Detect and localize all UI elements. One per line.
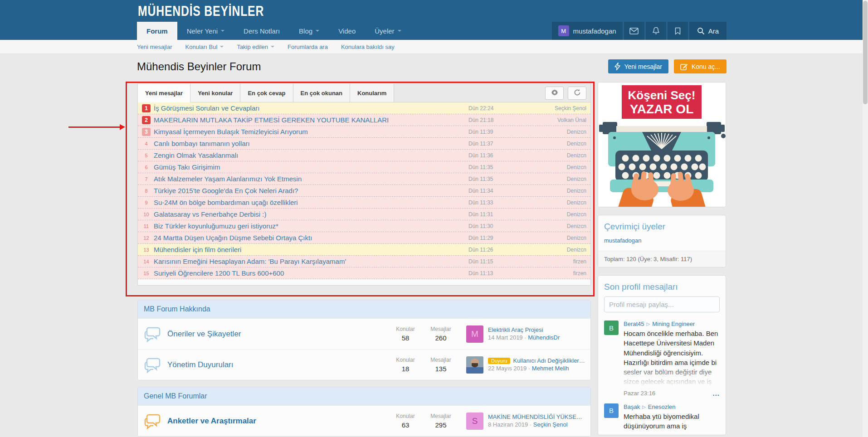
thread-author-link[interactable]: firzen xyxy=(536,270,586,277)
thread-number: 15 xyxy=(142,269,151,277)
online-members-total: Toplam: 120 (Üye: 3, Misafir: 117) xyxy=(598,251,726,267)
profile-post-text: Hocam öncelikle merhaba. Ben Hacettepe Ü… xyxy=(624,329,720,387)
profile-post-author-link[interactable]: Berat45 xyxy=(624,320,644,327)
latest-post-date: 14 Mart 2019 · xyxy=(488,334,528,341)
thread-title-link[interactable]: Atık Malzemeler Yaşam Alanlarımızı Yok E… xyxy=(154,175,468,183)
subnav-item-forumlarda-ara[interactable]: Forumlarda ara xyxy=(288,44,328,50)
thread-title-link[interactable]: İş Görüşmesi Soruları ve Cevapları xyxy=(154,104,468,112)
thread-title-link[interactable]: Biz Türkler koyunluğumuzu geri istiyoruz… xyxy=(154,222,468,230)
yazar-ol-banner[interactable]: Köşeni Seç! YAZAR OL xyxy=(598,82,726,207)
widget-tab-yeni-konular[interactable]: Yeni konular xyxy=(190,84,240,102)
profile-post-author-link[interactable]: Başak xyxy=(624,403,640,410)
search-icon xyxy=(697,27,705,35)
subnav-item-konuları-bul[interactable]: Konuları Bul xyxy=(185,44,224,50)
thread-author-link[interactable]: Denizcn xyxy=(536,129,586,135)
widget-tab-yeni-mesajlar[interactable]: Yeni mesajlar xyxy=(138,84,190,102)
thread-title-link[interactable]: Galatasaray vs Fenerbahçe Derbisi :) xyxy=(154,210,468,218)
thread-title-link[interactable]: Kimyasal İçermeyen Bulaşık Temizleyicisi… xyxy=(154,128,468,136)
forum-node-title-link[interactable]: Öneriler ve Şikayetler xyxy=(167,330,389,339)
page-header: Mühendis Beyinler Forum Yeni mesajlarKon… xyxy=(137,59,727,73)
messages-button[interactable] xyxy=(624,22,644,40)
widget-tab-en-çok-okunan[interactable]: En çok okunan xyxy=(293,84,350,102)
profile-post-target-link[interactable]: Enesozlen xyxy=(648,403,676,410)
thread-title-link[interactable]: 24 Martta Düşen Uçağın Düşme Sebebi Orta… xyxy=(154,234,468,242)
main-nav-tabs: ForumNeler YeniDers NotlarıBlogVideoÜyel… xyxy=(137,22,411,40)
sub-navbar: Yeni mesajlarKonuları BulTakip edilenFor… xyxy=(0,40,868,54)
profile-post-target-link[interactable]: Mining Engineer xyxy=(652,320,695,327)
thread-author-link[interactable]: Seçkin Şenol xyxy=(536,105,586,112)
thread-number: 10 xyxy=(142,210,151,218)
section-title[interactable]: MB Forum Hakkında xyxy=(138,300,590,318)
thread-title-link[interactable]: Mühendisler için film önerileri xyxy=(154,246,468,253)
forum-node-title-link[interactable]: Yönetim Duyuruları xyxy=(167,360,389,369)
profile-post: BBerat45▷Mining EngineerHocam öncelikle … xyxy=(598,318,726,401)
nav-tab-forum[interactable]: Forum xyxy=(137,22,177,40)
scrollbar-thumb[interactable] xyxy=(863,1,868,104)
thread-author-link[interactable]: Denizcn xyxy=(536,164,586,170)
latest-post-title-link[interactable]: Kullanıcı Adı Değişiklikleri ( ... xyxy=(513,357,585,364)
nav-tab-ders-notları[interactable]: Ders Notları xyxy=(234,22,289,40)
thread-title-link[interactable]: Gümüş Takı Girişimim xyxy=(154,163,468,171)
latest-post-author-link[interactable]: Seçkin Şenol xyxy=(533,421,568,428)
subnav-item-takip-edilen[interactable]: Takip edilen xyxy=(237,44,274,50)
profile-post-more-button[interactable]: ... xyxy=(712,389,720,397)
thread-title-link[interactable]: Zengin Olmak Yasaklanmalı xyxy=(154,151,468,159)
subnav-item-yeni-mesajlar[interactable]: Yeni mesajlar xyxy=(137,44,172,50)
widget-tab-en-çok-cevap[interactable]: En çok cevap xyxy=(240,84,293,102)
thread-author-link[interactable]: Denizcn xyxy=(536,223,586,229)
profile-posts-title[interactable]: Son profil mesajları xyxy=(598,276,726,296)
nav-tab-üyeler[interactable]: Üyeler xyxy=(365,22,410,40)
search-button[interactable]: Ara xyxy=(689,22,727,40)
thread-author-link[interactable]: Denizcn xyxy=(536,152,586,159)
thread-author-link[interactable]: Denizcn xyxy=(536,211,586,218)
nav-tab-video[interactable]: Video xyxy=(329,22,365,40)
profile-post-avatar[interactable]: B xyxy=(604,320,619,335)
thread-title-link[interactable]: Canlı bombayı tanımanın yolları xyxy=(154,140,468,147)
latest-author-avatar[interactable]: S xyxy=(466,413,483,430)
section-title[interactable]: Genel MB Forumlar xyxy=(138,387,590,405)
alerts-button[interactable] xyxy=(646,22,666,40)
latest-post-title-link[interactable]: Elektrikli Araç Projesi xyxy=(488,326,543,333)
latest-post-title-link[interactable]: MAKİNE MÜHENDİSLİĞİ YÜKSEK Lİ... xyxy=(488,413,585,420)
latest-post-author-link[interactable]: MühendisDr xyxy=(528,334,560,341)
thread-row: 5Zengin Olmak YasaklanmalıDün 11:36Deniz… xyxy=(138,150,590,161)
thread-title-link[interactable]: Su-24M ön bölge bombardıman uçağı özelli… xyxy=(154,199,468,206)
latest-author-photo-avatar[interactable] xyxy=(466,356,483,374)
thread-title-link[interactable]: Türkiye 2015'te Google'da En Çok Neleri … xyxy=(154,187,468,194)
thread-title-link[interactable]: Suriyeli Öğrencilere 1200 TL Burs 600+60… xyxy=(154,269,468,277)
thread-title-link[interactable]: MAKERLARIN MUTLAKA TAKİP ETMESİ GEREKEN … xyxy=(154,116,468,124)
account-menu[interactable]: M mustafadogan xyxy=(552,22,623,40)
latest-post-author-link[interactable]: Mehmet Melih xyxy=(532,365,569,372)
widget-settings-button[interactable] xyxy=(545,87,564,100)
site-logo[interactable]: MÜHENDİS BEYİNLER xyxy=(138,3,264,19)
latest-post-info: DuyuruKullanıcı Adı Değişiklikleri ( ...… xyxy=(488,357,585,372)
thread-author-link[interactable]: Denizcn xyxy=(536,247,586,253)
nav-tab-neler-yeni[interactable]: Neler Yeni xyxy=(177,22,234,40)
new-posts-button[interactable]: Yeni mesajlar xyxy=(608,59,668,73)
new-topic-button[interactable]: Konu aç... xyxy=(674,59,727,73)
thread-time: Dün 11:13 xyxy=(468,270,536,277)
page-scrollbar[interactable] xyxy=(863,0,868,437)
bookmarks-button[interactable] xyxy=(668,22,688,40)
unread-badge: 2 xyxy=(142,116,151,124)
online-members-title[interactable]: Çevrimiçi üyeler xyxy=(598,215,726,235)
latest-author-avatar[interactable]: M xyxy=(466,325,483,343)
duyuru-label-badge[interactable]: Duyuru xyxy=(488,358,510,364)
thread-author-link[interactable]: Denizcn xyxy=(536,176,586,182)
thread-author-link[interactable]: firzen xyxy=(536,258,586,265)
chevron-down-icon xyxy=(220,46,224,48)
thread-author-link[interactable]: Denizcn xyxy=(536,199,586,206)
profile-message-input[interactable] xyxy=(604,296,720,312)
nav-tab-blog[interactable]: Blog xyxy=(289,22,329,40)
thread-title-link[interactable]: Karısının Emeğini Hesaplayan Adam: 'Bu P… xyxy=(154,257,468,265)
online-member-link[interactable]: mustafadogan xyxy=(604,237,641,244)
forum-node-title-link[interactable]: Anketler ve Araştırmalar xyxy=(167,417,389,426)
thread-author-link[interactable]: Denizcn xyxy=(536,188,586,194)
thread-author-link[interactable]: Volkan Ünal xyxy=(536,117,586,123)
thread-author-link[interactable]: Denizcn xyxy=(536,141,586,147)
widget-refresh-button[interactable] xyxy=(568,87,586,100)
subnav-item-konulara-bakıldı-say[interactable]: Konulara bakıldı say xyxy=(341,44,395,50)
widget-tab-konularım[interactable]: Konularım xyxy=(350,84,394,102)
thread-author-link[interactable]: Denizcn xyxy=(536,235,586,241)
profile-post-avatar[interactable]: B xyxy=(604,403,619,418)
